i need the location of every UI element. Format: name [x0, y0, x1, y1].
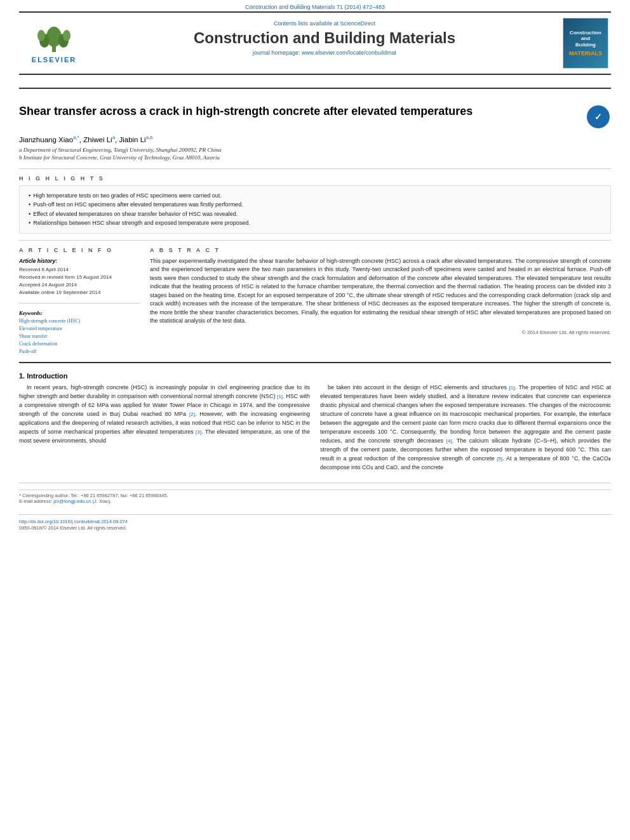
journal-homepage: journal homepage: www.elsevier.com/locat…	[95, 50, 554, 56]
keyword-3: Shear transfer	[19, 333, 140, 340]
keywords-section: Keywords: High-strength concrete (HSC) E…	[19, 310, 140, 356]
elsevier-logo: ELSEVIER	[32, 23, 76, 63]
bullet-icon: •	[29, 200, 30, 209]
corresponding-author-note: * Corresponding author. Tel.: +86 21 659…	[19, 490, 611, 504]
journal-reference: Construction and Building Materials 71 (…	[0, 0, 630, 11]
journal-cover-badge: Construction and Building MATERIALS	[563, 18, 608, 69]
article-info-abstract-section: A R T I C L E I N F O Article history: R…	[19, 247, 611, 356]
intro-left-col: In recent years, high-strength concrete …	[19, 383, 310, 476]
authors-line: Jianzhuang Xiaoa,*, Zhiwei Lia, Jiabin L…	[19, 135, 611, 143]
copyright-line: © 2014 Elsevier Ltd. All rights reserved…	[150, 330, 611, 335]
bullet-icon: •	[29, 218, 30, 227]
section-title: 1. Introduction	[19, 372, 611, 380]
highlight-item-2: • Push-off test on HSC specimens after e…	[29, 200, 601, 209]
crossmark-icon: ✓	[587, 105, 610, 128]
page: Construction and Building Materials 71 (…	[0, 0, 630, 840]
footer-divider	[19, 483, 611, 483]
journal-header-banner: ELSEVIER Contents lists available at Sci…	[19, 11, 611, 75]
bullet-icon: •	[29, 210, 30, 218]
svg-point-4	[37, 30, 45, 41]
intro-right-col: be taken into account in the design of H…	[320, 383, 611, 476]
section-divider-3	[19, 362, 611, 363]
section-divider-1	[19, 168, 611, 169]
abstract-column: A B S T R A C T This paper experimentall…	[150, 247, 611, 356]
bullet-icon: •	[29, 191, 30, 200]
intro-para-left: In recent years, high-strength concrete …	[19, 383, 310, 446]
journal-badge-area: Construction and Building MATERIALS	[560, 18, 611, 69]
article-history: Article history: Received 8 April 2014 R…	[19, 257, 140, 297]
introduction-body: In recent years, high-strength concrete …	[19, 383, 611, 476]
affiliations: a Department of Structural Engineering, …	[19, 146, 611, 162]
svg-text:✓: ✓	[594, 112, 602, 122]
intro-para-right: be taken into account in the design of H…	[320, 383, 611, 472]
abstract-label: A B S T R A C T	[150, 247, 611, 253]
section-divider-2	[19, 240, 611, 241]
article-title: Shear transfer across a crack in high-st…	[19, 104, 586, 119]
footer-doi: http://dx.doi.org/10.1016/j.conbuildmat.…	[19, 519, 128, 532]
highlight-item-1: • High temperature tests on two grades o…	[29, 191, 601, 200]
keyword-5: Push-off	[19, 348, 140, 356]
highlights-box: • High temperature tests on two grades o…	[19, 185, 611, 234]
highlights-label: H I G H L I G H T S	[19, 175, 611, 182]
top-divider	[19, 88, 611, 89]
keyword-2: Elevated temperature	[19, 325, 140, 333]
info-divider	[19, 303, 140, 303]
keyword-1: High-strength concrete (HSC)	[19, 317, 140, 325]
introduction-section: 1. Introduction In recent years, high-st…	[19, 372, 611, 476]
page-footer: http://dx.doi.org/10.1016/j.conbuildmat.…	[19, 514, 611, 532]
article-info-column: A R T I C L E I N F O Article history: R…	[19, 247, 140, 356]
svg-point-5	[63, 30, 70, 41]
article-content: Shear transfer across a crack in high-st…	[0, 75, 630, 538]
abstract-text: This paper experimentally investigated t…	[150, 257, 611, 326]
elsevier-logo-area: ELSEVIER	[19, 18, 89, 69]
highlight-item-4: • Relationships between HSC shear streng…	[29, 218, 601, 227]
article-info-label: A R T I C L E I N F O	[19, 247, 140, 253]
highlight-item-3: • Effect of elevated temperatures on she…	[29, 210, 601, 218]
article-title-section: Shear transfer across a crack in high-st…	[19, 95, 611, 135]
elsevier-tree-icon	[35, 23, 73, 55]
crossmark-badge[interactable]: ✓	[586, 104, 611, 130]
keyword-4: Crack deformation	[19, 340, 140, 348]
elsevier-wordmark: ELSEVIER	[32, 56, 76, 63]
highlights-section: H I G H L I G H T S • High temperature t…	[19, 175, 611, 234]
journal-main-title: Construction and Building Materials	[95, 29, 554, 47]
sciencedirect-link: Contents lists available at ScienceDirec…	[95, 20, 554, 27]
journal-title-area: Contents lists available at ScienceDirec…	[89, 18, 560, 69]
